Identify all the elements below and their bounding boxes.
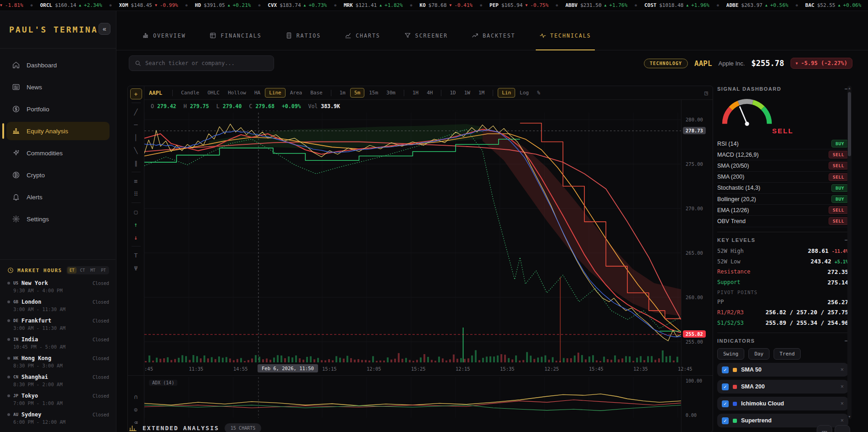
- visibility-tool[interactable]: ⊙: [130, 404, 142, 415]
- interval-1d[interactable]: 1D: [446, 88, 459, 97]
- grid-pattern-tool[interactable]: ⠿: [130, 188, 142, 199]
- crosshair-tool[interactable]: +: [130, 88, 142, 99]
- scroll-up-icon[interactable]: ▲: [847, 87, 852, 90]
- adx-subchart[interactable]: [144, 377, 681, 418]
- interval-1w[interactable]: 1W: [461, 88, 474, 97]
- ticker-symbol: CVX: [268, 2, 277, 8]
- tab-technicals[interactable]: TECHNICALS: [539, 32, 591, 50]
- sidebar-collapse-button[interactable]: «: [99, 23, 110, 35]
- scrollbar-thumb[interactable]: [848, 92, 851, 156]
- market-hours-range: 7:00 PM - 1:00 AM: [13, 400, 109, 406]
- sidebar-item-alerts[interactable]: Alerts: [6, 188, 110, 206]
- search-box[interactable]: [129, 55, 274, 71]
- timezone-mt[interactable]: MT: [88, 267, 98, 273]
- tab-overview[interactable]: OVERVIEW: [142, 32, 186, 50]
- chart-type-ha[interactable]: HA: [251, 88, 264, 97]
- ticker-item[interactable]: ORCL$160.14▲+2.34%: [40, 2, 102, 8]
- scale-lin[interactable]: Lin: [498, 88, 515, 98]
- horizontal-line-tool[interactable]: ─: [130, 119, 142, 130]
- ticker-item[interactable]: HD$391.05▲+0.21%: [195, 2, 251, 8]
- chart-type-base[interactable]: Base: [307, 88, 326, 97]
- time-axis-label: 15:45: [589, 366, 604, 372]
- time-axis[interactable]: Feb 6, 2026, 11:50 :4511:3514:5515:1512:…: [144, 362, 703, 375]
- sector-badge[interactable]: TECHNOLOGY: [644, 59, 688, 68]
- tab-ratios[interactable]: RATIOS: [286, 32, 321, 50]
- tab-backtest[interactable]: BACKTEST: [472, 32, 515, 50]
- extended-analysis-header[interactable]: EXTENDED ANALYSIS 15 CHARTS: [129, 423, 261, 432]
- scrollbar[interactable]: ▲ ▼: [847, 86, 852, 419]
- timezone-pt[interactable]: PT: [99, 267, 108, 273]
- sidebar-item-crypto[interactable]: Crypto: [6, 166, 110, 184]
- ticker-change: +2.34%: [84, 2, 102, 8]
- interval-4h[interactable]: 4H: [423, 88, 436, 97]
- text-tool[interactable]: T: [130, 250, 142, 261]
- price-axis[interactable]: 280.00275.00270.00265.00260.00255.00278.…: [681, 100, 713, 432]
- ticker-item[interactable]: PEP$165.94▼-0.75%: [489, 2, 549, 8]
- price-chart[interactable]: [144, 113, 681, 362]
- ticker-item[interactable]: BAC$52.55▲+0.06%: [805, 2, 861, 8]
- remove-indicator-icon[interactable]: ×: [841, 383, 844, 390]
- trend-line-tool[interactable]: ╱: [130, 106, 142, 117]
- vertical-line-tool[interactable]: │: [130, 132, 142, 143]
- indicator-checkbox[interactable]: ✓: [722, 366, 729, 373]
- interval-1h[interactable]: 1H: [409, 88, 422, 97]
- ticker-item[interactable]: COST$1018.48▲+1.96%: [644, 2, 709, 8]
- timezone-ct[interactable]: CT: [77, 267, 87, 273]
- ticker-item[interactable]: ABBV$231.50▲+1.76%: [566, 2, 627, 8]
- long-position-tool[interactable]: ↑: [130, 219, 142, 230]
- tab-label: FINANCIALS: [220, 33, 261, 39]
- chart-type-hollow[interactable]: Hollow: [224, 88, 250, 97]
- remove-indicator-icon[interactable]: ×: [841, 400, 844, 407]
- sidebar-item-equity-analysis[interactable]: Equity Analysis: [6, 122, 110, 140]
- short-position-tool[interactable]: ↓: [130, 232, 142, 243]
- chart-type-ohlc[interactable]: OHLC: [204, 88, 224, 97]
- preset-swing[interactable]: Swing: [717, 348, 744, 360]
- sidebar-item-settings[interactable]: Settings: [6, 210, 110, 228]
- remove-indicator-icon[interactable]: ×: [841, 366, 844, 373]
- ray-tool[interactable]: ╲: [130, 145, 142, 156]
- magnet-tool[interactable]: ∩: [130, 391, 142, 402]
- stock-name: Apple Inc.: [719, 60, 745, 67]
- chart-type-candle[interactable]: Candle: [177, 88, 203, 97]
- sidebar-item-news[interactable]: News: [6, 78, 110, 96]
- scale-pct[interactable]: %: [533, 88, 544, 97]
- ticker-item[interactable]: CVX$183.74▲+0.73%: [268, 2, 327, 8]
- scroll-down-icon[interactable]: ▼: [847, 415, 852, 418]
- interval-1m[interactable]: 1m: [336, 88, 349, 97]
- market-hours-range: 6:00 PM - 12:00 AM: [13, 419, 109, 425]
- sidebar-item-dashboard[interactable]: Dashboard: [6, 56, 110, 74]
- chart-type-area[interactable]: Area: [286, 88, 306, 97]
- indicator-checkbox[interactable]: ✓: [722, 383, 729, 390]
- chart-type-line[interactable]: Line: [265, 88, 286, 98]
- ticker-item[interactable]: MRK$121.41▲+1.82%: [344, 2, 403, 8]
- pitchfork-tool[interactable]: Ψ: [130, 262, 142, 273]
- interval-30m[interactable]: 30m: [383, 88, 399, 97]
- remove-indicator-icon[interactable]: ×: [841, 417, 844, 424]
- timezone-et[interactable]: ET: [67, 267, 77, 273]
- sidebar-item-portfolio[interactable]: Portfolio: [6, 100, 110, 118]
- ticker-item[interactable]: ▼-1.81%: [0, 2, 23, 8]
- search-input[interactable]: [145, 60, 268, 66]
- interval-1m[interactable]: 1M: [475, 88, 488, 97]
- expand-panel-button[interactable]: ◳: [817, 425, 832, 432]
- scale-log[interactable]: Log: [516, 88, 533, 97]
- ticker-item[interactable]: KO$78.68▼-0.41%: [420, 2, 473, 8]
- ticker-item[interactable]: XOM$148.45▼-0.99%: [119, 2, 178, 8]
- rectangle-tool[interactable]: ▢: [130, 206, 142, 217]
- overview-icon: [142, 32, 149, 39]
- ticker-item[interactable]: ADBE$263.97▲+0.56%: [726, 2, 788, 8]
- interval-15m[interactable]: 15m: [365, 88, 382, 97]
- interval-5m[interactable]: 5m: [350, 88, 364, 98]
- tab-charts[interactable]: CHARTS: [345, 32, 380, 50]
- fib-retracement-tool[interactable]: ≡: [130, 175, 142, 186]
- indicator-checkbox[interactable]: ✓: [722, 400, 729, 407]
- tab-financials[interactable]: FINANCIALS: [209, 32, 261, 50]
- collapse-panel-button[interactable]: ⌄: [835, 425, 850, 432]
- preset-trend[interactable]: Trend: [774, 348, 801, 360]
- tab-screener[interactable]: SCREENER: [404, 32, 448, 50]
- fullscreen-icon[interactable]: ◳: [704, 89, 708, 96]
- indicator-checkbox[interactable]: ✓: [722, 417, 729, 424]
- sidebar-item-commodities[interactable]: Commodities: [6, 144, 110, 162]
- preset-day[interactable]: Day: [748, 348, 769, 360]
- parallel-channel-tool[interactable]: ∥: [130, 158, 142, 169]
